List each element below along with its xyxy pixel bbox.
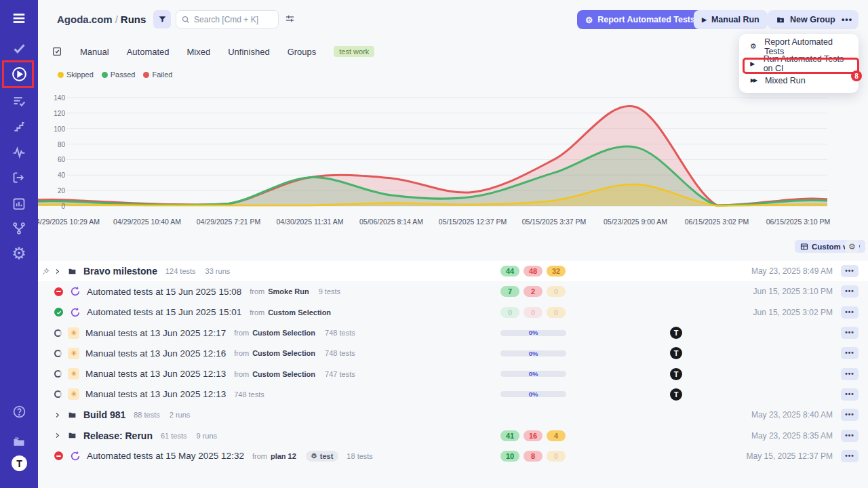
- table-row[interactable]: Automated tests at 15 Jun 2025 15:08 fro…: [38, 281, 868, 302]
- row-more-button[interactable]: •••: [841, 265, 859, 277]
- row-more-button[interactable]: •••: [841, 285, 859, 298]
- assignee-avatar[interactable]: T: [670, 347, 682, 359]
- run-title[interactable]: Automated tests at 15 Jun 2025 15:08: [87, 287, 241, 297]
- progress-bar: 0%: [500, 371, 566, 377]
- table-row[interactable]: ✳ Manual tests at 13 Jun 2025 12:13 748 …: [38, 384, 868, 405]
- row-more-button[interactable]: •••: [841, 409, 859, 421]
- tab-groups[interactable]: Groups: [288, 47, 317, 57]
- table-row[interactable]: Release: Rerun 61 tests 9 runs 41 16 4 M…: [38, 425, 868, 445]
- chart-legend: Skipped Passed Failed: [58, 70, 172, 79]
- tab-unfinished[interactable]: Unfinished: [228, 47, 269, 57]
- run-title[interactable]: Manual tests at 13 Jun 2025 12:13: [85, 369, 226, 379]
- runs-play-icon[interactable]: [0, 66, 38, 83]
- menu-icon[interactable]: [0, 11, 38, 26]
- assignee-avatar[interactable]: T: [670, 368, 682, 380]
- app-logo[interactable]: T: [12, 455, 27, 471]
- table-row[interactable]: ✳ Manual tests at 13 Jun 2025 12:17 from…: [38, 323, 868, 343]
- failed-badge: 8: [524, 451, 542, 462]
- passed-badge: 44: [500, 266, 519, 277]
- automated-run-icon: [69, 450, 81, 462]
- run-title[interactable]: Manual tests at 13 Jun 2025 12:17: [85, 328, 226, 338]
- chevron-right-icon[interactable]: [54, 432, 60, 439]
- actions-dropdown: ⚙ Report Automated Tests ▶ Run Automated…: [739, 34, 859, 93]
- status-passed-icon: [54, 308, 63, 317]
- row-more-button[interactable]: •••: [841, 388, 859, 401]
- main-content: Agoda.com/Runs ⚙ Report Automated Tests …: [38, 0, 868, 488]
- filter-button[interactable]: [153, 10, 171, 28]
- chevron-right-icon[interactable]: [54, 268, 60, 275]
- table-settings-button[interactable]: ⚙: [845, 240, 859, 253]
- breadcrumb-project[interactable]: Agoda.com: [57, 14, 113, 25]
- table-row[interactable]: Automated tests at 15 Jun 2025 15:01 fro…: [38, 302, 868, 323]
- manual-run-icon: ✳: [68, 388, 79, 400]
- result-badges: 10 8 0: [500, 451, 566, 462]
- row-more-button[interactable]: •••: [841, 368, 859, 380]
- table-row[interactable]: ✳ Manual tests at 13 Jun 2025 12:16 from…: [38, 343, 868, 363]
- assignee-avatar[interactable]: T: [670, 327, 682, 339]
- table-row[interactable]: ✳ Manual tests at 13 Jun 2025 12:13 from…: [38, 363, 868, 384]
- group-title[interactable]: Build 981: [83, 409, 125, 420]
- checklist-icon[interactable]: [52, 46, 62, 57]
- tab-automated[interactable]: Automated: [127, 47, 170, 57]
- run-title[interactable]: Automated tests at 15 Jun 2025 15:01: [87, 307, 241, 317]
- import-icon[interactable]: [0, 171, 38, 184]
- row-more-button[interactable]: •••: [841, 327, 859, 339]
- new-group-button[interactable]: New Group: [768, 10, 844, 29]
- play-icon: ▶: [749, 60, 757, 67]
- settings-gear-icon[interactable]: ⚙: [0, 245, 38, 262]
- status-in-progress-icon: [54, 370, 62, 378]
- failed-badge: 2: [524, 286, 542, 297]
- automated-run-icon: [69, 306, 81, 318]
- tag-chip[interactable]: ⚙test: [306, 451, 339, 462]
- projects-folder-icon[interactable]: [0, 435, 38, 449]
- search-box[interactable]: [176, 10, 279, 28]
- tab-mixed[interactable]: Mixed: [187, 47, 211, 57]
- breadcrumb-page: Runs: [121, 14, 146, 25]
- manual-run-button[interactable]: ▶ Manual Run: [694, 10, 768, 29]
- run-date: May 15, 2025 12:37 PM: [747, 451, 833, 461]
- tag-test-work[interactable]: test work: [334, 46, 374, 57]
- chevron-right-icon[interactable]: [54, 411, 60, 419]
- search-input[interactable]: [194, 15, 269, 24]
- analytics-icon[interactable]: [0, 197, 38, 211]
- row-more-button[interactable]: •••: [841, 306, 859, 319]
- run-date: Jun 15, 2025 3:02 PM: [753, 308, 833, 317]
- gear-icon: ⚙: [311, 452, 317, 460]
- status-in-progress-icon: [54, 329, 62, 337]
- steps-icon[interactable]: [0, 120, 38, 133]
- passed-badge: 10: [500, 451, 519, 462]
- failed-badge: 0: [524, 307, 542, 318]
- menu-item-mixed-run[interactable]: ▶▶ Mixed Run: [739, 72, 859, 89]
- run-title[interactable]: Manual tests at 13 Jun 2025 12:16: [85, 348, 226, 359]
- assignee-avatar[interactable]: T: [670, 388, 682, 401]
- row-more-button[interactable]: •••: [841, 450, 859, 462]
- row-more-button[interactable]: •••: [841, 347, 859, 359]
- report-automated-tests-button[interactable]: ⚙ Report Automated Tests: [577, 10, 703, 29]
- branch-icon[interactable]: [0, 222, 38, 235]
- tab-manual[interactable]: Manual: [80, 47, 109, 57]
- tests-check-icon[interactable]: [0, 41, 38, 56]
- run-date: May 23, 2025 8:40 AM: [751, 410, 833, 420]
- run-title[interactable]: Manual tests at 13 Jun 2025 12:13: [85, 389, 226, 399]
- status-failed-icon: [54, 287, 63, 296]
- run-title[interactable]: Automated tests at 15 May 2025 12:32: [87, 451, 244, 461]
- table-row[interactable]: Bravo milestone 124 tests 33 runs 44 48 …: [38, 261, 868, 281]
- menu-item-report-automated[interactable]: ⚙ Report Automated Tests: [739, 38, 859, 55]
- pulse-icon[interactable]: [0, 146, 38, 159]
- pin-icon[interactable]: [42, 266, 50, 279]
- table-row[interactable]: Automated tests at 15 May 2025 12:32 fro…: [38, 446, 868, 466]
- adjustments-icon[interactable]: [285, 14, 295, 26]
- group-title[interactable]: Release: Rerun: [83, 430, 153, 441]
- more-actions-button[interactable]: •••: [835, 10, 859, 29]
- row-more-button[interactable]: •••: [841, 430, 859, 442]
- progress-bar: 0%: [500, 330, 566, 336]
- plans-list-icon[interactable]: [0, 94, 38, 108]
- skipped-badge: 0: [547, 286, 566, 297]
- search-icon: [182, 16, 190, 24]
- help-icon[interactable]: [0, 405, 38, 419]
- table-row[interactable]: Build 981 88 tests 2 runs May 23, 2025 8…: [38, 405, 868, 425]
- progress-bar: 0%: [500, 391, 566, 397]
- menu-item-run-on-ci[interactable]: ▶ Run Automated Tests on CI: [739, 55, 859, 72]
- group-title[interactable]: Bravo milestone: [83, 266, 157, 277]
- skipped-badge: 32: [547, 266, 566, 277]
